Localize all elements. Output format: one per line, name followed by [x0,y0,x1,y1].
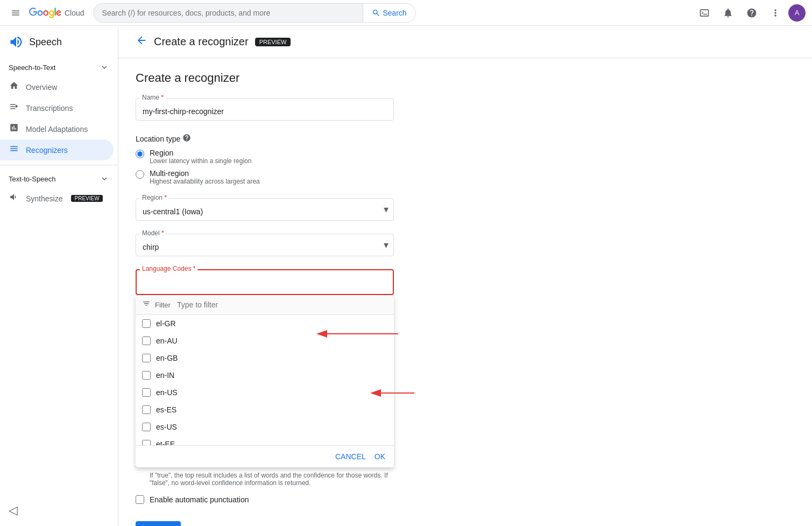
page-header: Create a recognizer PREVIEW [118,26,812,58]
lang-check-es-ES[interactable] [142,405,151,414]
sidebar-item-overview[interactable]: Overview [0,76,114,97]
region-radio[interactable] [136,150,144,158]
dropdown-filter: Filter [136,295,394,315]
search-button[interactable]: Search [363,4,415,22]
main-content: Create a recognizer PREVIEW Create a rec… [118,26,812,526]
lang-item-en-GB[interactable]: en-GB [136,349,394,367]
sidebar-item-synthesize[interactable]: Synthesize PREVIEW [0,188,114,209]
dropdown-list: el-GR en-AU en-GB en-IN [136,315,394,445]
user-avatar[interactable]: A [788,4,806,22]
collapse-sidebar-btn[interactable]: ◁ [0,495,118,526]
dropdown-actions: CANCEL OK [136,445,394,467]
cloud-text: Cloud [65,9,84,17]
sidebar: Speech Speech-to-Text Overview Transcrip… [0,26,118,526]
page-title: Create a recognizer [154,36,249,48]
recognizers-icon [9,144,19,156]
lang-check-en-IN[interactable] [142,371,151,380]
auto-punctuation-label: Enable automatic punctuation [150,495,249,504]
lang-item-en-US[interactable]: en-US [136,384,394,401]
lang-item-es-US[interactable]: es-US [136,418,394,436]
lang-item-en-IN[interactable]: en-IN [136,367,394,384]
sidebar-app-title: Speech [29,37,62,48]
filter-icon [142,299,151,310]
search-label: Search [383,9,406,17]
hamburger-menu[interactable] [6,4,25,22]
filter-label: Filter [155,301,171,309]
dropdown-cancel-button[interactable]: CANCEL [335,452,366,461]
name-field: Name * [136,98,394,121]
top-nav: Cloud Search [0,0,812,26]
region-radio-label: Region [150,149,251,157]
region-radio-desc: Lower latency within a single region [150,157,251,165]
model-adaptations-icon [9,123,19,135]
region-select[interactable]: us-central1 (Iowa) [136,198,394,221]
sidebar-item-transcriptions[interactable]: Transcriptions [0,97,114,118]
multiregion-radio[interactable] [136,170,144,179]
language-codes-wrapper: Language Codes * Filter [136,269,394,295]
multiregion-radio-desc: Highest availability across largest area [150,178,260,185]
multiregion-radio-label: Multi-region [150,169,260,178]
search-input[interactable] [94,9,363,17]
cancel-button[interactable]: CANCEL [187,521,235,526]
synthesize-preview-badge: PREVIEW [71,195,102,202]
region-field-label: Region * [140,194,169,201]
lang-item-el-GR[interactable]: el-GR [136,315,394,332]
name-input[interactable] [136,98,394,121]
form-title: Create a recognizer [136,71,795,85]
lang-codes-label: Language Codes * [140,265,197,272]
lang-check-en-GB[interactable] [142,354,151,362]
help-icon[interactable] [741,2,762,24]
model-field: Model * chirp ▾ [136,234,394,256]
lang-codes-box[interactable] [136,269,394,295]
lang-check-et-EE[interactable] [142,440,151,445]
region-field: Region * us-central1 (Iowa) ▾ [136,198,394,221]
form-section: Create a recognizer Name * Location type [118,58,812,526]
home-icon [9,81,19,93]
model-field-label: Model * [140,229,166,237]
text-to-speech-section[interactable]: Text-to-Speech [0,170,118,188]
sidebar-item-model-adaptations[interactable]: Model Adaptations [0,118,114,139]
google-cloud-logo[interactable]: Cloud [29,6,84,19]
word-confidence-desc: If "true", the top result includes a lis… [150,472,408,487]
lang-item-es-ES[interactable]: es-ES [136,401,394,418]
more-vert-icon[interactable] [765,2,786,24]
location-type-label: Location type [136,134,795,144]
sidebar-logo: Speech [0,30,118,58]
lang-check-en-US[interactable] [142,388,151,397]
notifications-icon[interactable] [717,2,739,24]
lang-check-el-GR[interactable] [142,319,151,328]
terminal-icon[interactable] [694,2,715,24]
filter-input[interactable] [177,300,387,309]
name-label: Name * [140,94,166,101]
main-layout: Speech Speech-to-Text Overview Transcrip… [0,26,812,526]
transcriptions-icon [9,102,19,114]
multiregion-option[interactable]: Multi-region Highest availability across… [136,169,795,185]
back-button[interactable] [136,34,147,49]
auto-punctuation-checkbox[interactable] [136,495,144,504]
lang-item-et-EE[interactable]: et-EE [136,436,394,445]
search-container: Search [93,3,416,23]
synthesize-icon [9,192,19,205]
location-help-icon[interactable] [182,134,191,144]
nav-icons: A [694,2,806,24]
lang-check-en-AU[interactable] [142,336,151,345]
sidebar-divider [0,165,118,165]
auto-punctuation-row: Enable automatic punctuation [136,495,795,504]
location-type-radio-group: Region Lower latency within a single reg… [136,149,795,185]
region-option[interactable]: Region Lower latency within a single reg… [136,149,795,165]
sidebar-item-recognizers[interactable]: Recognizers [0,139,114,160]
model-select[interactable]: chirp [136,234,394,256]
lang-check-es-US[interactable] [142,423,151,431]
language-dropdown: Filter el-GR en-AU [136,295,394,467]
save-button[interactable]: SAVE [136,521,181,526]
form-actions: SAVE CANCEL [136,517,795,526]
speech-to-text-section[interactable]: Speech-to-Text [0,58,118,76]
lang-item-en-AU[interactable]: en-AU [136,332,394,349]
preview-badge: PREVIEW [255,38,291,46]
location-type-field: Location type Region Lower latency withi… [136,134,795,185]
dropdown-ok-button[interactable]: OK [375,452,385,461]
